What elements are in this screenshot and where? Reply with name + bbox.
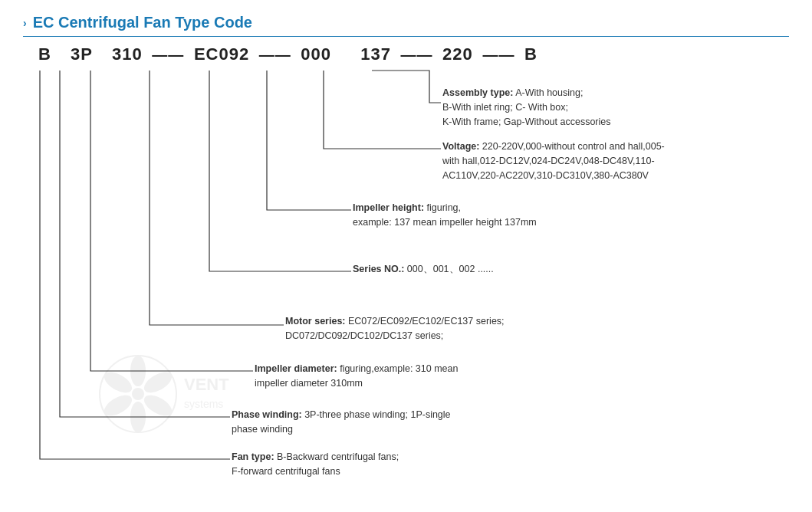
code-dash-3: —— — [147, 46, 189, 64]
annotation-motor-series-label: Motor series: EC072/EC092/EC102/EC137 se… — [285, 316, 505, 327]
title-divider — [23, 36, 789, 37]
code-310: 310 — [112, 44, 143, 64]
annotation-impeller-diameter: Impeller diameter: figuring,example: 310… — [255, 362, 458, 391]
page-title: EC Centrifugal Fan Type Code — [33, 14, 252, 31]
annotation-voltage-label: Voltage: 220-220V,000-without control an… — [442, 141, 665, 152]
svg-point-2 — [130, 356, 146, 386]
annotation-voltage-text: with hall,012-DC12V,024-DC24V,048-DC48V,… — [442, 156, 655, 166]
annotation-assembly-label: Assembly type: A-With housing; — [442, 87, 583, 98]
annotation-impeller-height: Impeller height: figuring, example: 137 … — [353, 201, 537, 230]
annotation-impeller-diameter-text: impeller diameter 310mm — [255, 378, 363, 389]
annotation-assembly: Assembly type: A-With housing; B-With in… — [442, 86, 611, 129]
code-dash-7: —— — [478, 46, 520, 64]
annotation-fan-type: Fan type: B-Backward centrifugal fans; F… — [232, 450, 399, 479]
code-dash-6: —— — [396, 46, 438, 64]
code-3P: 3P — [71, 44, 93, 64]
svg-point-1 — [132, 388, 144, 400]
code-220: 220 — [442, 44, 473, 64]
annotation-impeller-height-text: example: 137 mean impeller height 137mm — [353, 217, 537, 228]
code-dash-2 — [97, 46, 107, 64]
annotation-series-no: Series NO.: 000、001、002 ...... — [353, 262, 494, 277]
code-dash-4: —— — [254, 46, 296, 64]
code-B2: B — [524, 44, 537, 64]
annotation-assembly-text: B-With inlet ring; C- With box; — [442, 102, 568, 113]
annotation-voltage: Voltage: 220-220V,000-without control an… — [442, 139, 665, 182]
code-dash-5 — [336, 46, 356, 64]
code-B: B — [38, 44, 51, 64]
annotation-phase-winding-label: Phase winding: 3P-three phase winding; 1… — [232, 409, 451, 420]
annotation-motor-series-text: DC072/DC092/DC102/DC137 series; — [285, 330, 443, 341]
title-chevron-icon: › — [23, 17, 27, 29]
svg-text:systems: systems — [184, 398, 223, 410]
annotation-impeller-diameter-label: Impeller diameter: figuring,example: 310… — [255, 363, 458, 374]
code-137: 137 — [360, 44, 391, 64]
code-000: 000 — [301, 44, 331, 64]
annotation-phase-winding-text: phase winding — [232, 424, 293, 435]
title-row: › EC Centrifugal Fan Type Code — [23, 14, 789, 31]
watermark-logo: VENT systems — [84, 348, 253, 440]
code-dash-1 — [56, 46, 66, 64]
annotation-motor-series: Motor series: EC072/EC092/EC102/EC137 se… — [285, 314, 505, 343]
svg-text:VENT: VENT — [184, 375, 229, 394]
annotation-impeller-height-label: Impeller height: figuring, — [353, 202, 461, 213]
annotation-voltage-text2: AC110V,220-AC220V,310-DC310V,380-AC380V — [442, 170, 649, 181]
annotation-fan-type-text: F-forward centrifugal fans — [232, 466, 340, 477]
annotation-phase-winding: Phase winding: 3P-three phase winding; 1… — [232, 408, 451, 437]
svg-point-5 — [130, 402, 146, 432]
annotation-series-no-label: Series NO.: 000、001、002 ...... — [353, 264, 494, 274]
diagram-area: VENT systems Assembly type: A-With housi… — [23, 64, 789, 501]
annotation-fan-type-label: Fan type: B-Backward centrifugal fans; — [232, 451, 399, 462]
code-row: B 3P 310 —— EC092 —— 000 137 —— 220 —— B — [38, 44, 789, 64]
annotation-assembly-text2: K-With frame; Gap-Without accessories — [442, 117, 611, 127]
code-EC092: EC092 — [194, 44, 249, 64]
page-container: › EC Centrifugal Fan Type Code B 3P 310 … — [0, 0, 812, 512]
